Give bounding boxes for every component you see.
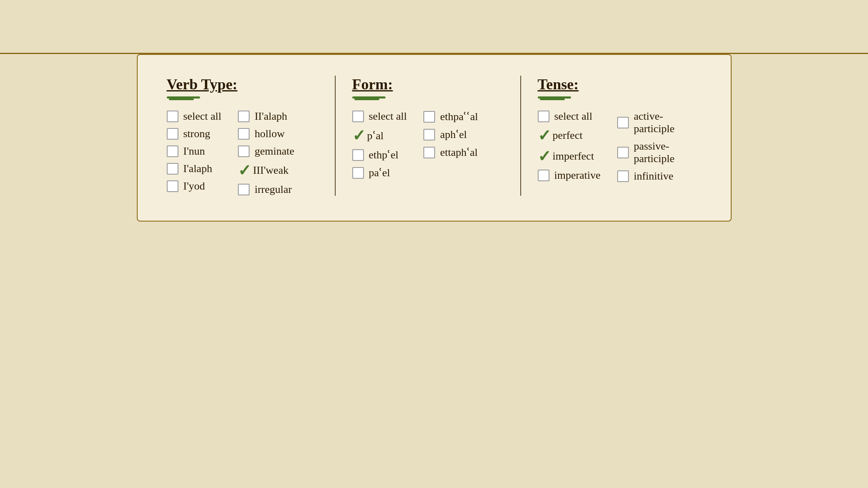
checkbox-box[interactable] (538, 170, 549, 181)
checkbox-label: ethpaʿʿal (440, 110, 478, 123)
checkbox-item[interactable]: active-participle (617, 110, 689, 135)
verb-type-title: Verb Type: (167, 76, 318, 93)
checkbox-item[interactable]: ✓III'weak (238, 163, 294, 178)
checkbox-item[interactable]: irregular (238, 183, 294, 196)
checkbox-box[interactable] (423, 111, 435, 123)
checkbox-label: active-participle (634, 110, 689, 135)
checkbox-label: select all (369, 110, 407, 123)
checkbox-box[interactable] (352, 149, 364, 161)
checkbox-item[interactable]: ethpʿel (352, 148, 407, 161)
form-underline (352, 96, 386, 99)
checkbox-label: hollow (255, 128, 284, 140)
checkbox-item[interactable]: ✓pʿal (352, 128, 407, 143)
checkbox-label: geminate (255, 145, 294, 158)
checkbox-label: select all (554, 110, 593, 123)
checkbox-label: perfect (553, 129, 583, 142)
checkbox-label: I'alaph (183, 163, 213, 175)
checkbox-label: I'yod (183, 180, 205, 192)
checkbox-item[interactable]: hollow (238, 128, 294, 140)
checkbox-item[interactable]: select all (352, 110, 407, 123)
verb-type-col2: II'alaphhollowgeminate✓III'weakirregular (238, 110, 294, 196)
checkbox-label: III'weak (253, 164, 289, 177)
checkbox-box[interactable] (167, 145, 178, 157)
top-bar (0, 0, 868, 54)
checkbox-box[interactable] (238, 111, 250, 122)
checkbox-label: paʿel (369, 166, 390, 179)
main-panel: Verb Type: select allstrongI'nunI'alaphI… (137, 54, 732, 222)
checkbox-box[interactable] (167, 180, 178, 192)
checkbox-label: passive-participle (634, 140, 689, 165)
checkbox-label: irregular (255, 183, 292, 196)
checkmark-icon: ✓ (538, 148, 551, 164)
checkbox-box[interactable] (238, 184, 250, 195)
checkmark-icon: ✓ (352, 128, 366, 143)
verb-type-underline (167, 96, 200, 99)
checkbox-item[interactable]: imperative (538, 169, 601, 182)
checkbox-box[interactable] (538, 111, 549, 122)
tense-underline (538, 96, 571, 99)
verb-type-section: Verb Type: select allstrongI'nunI'alaphI… (163, 76, 335, 196)
checkmark-icon: ✓ (538, 128, 551, 143)
checkbox-box[interactable] (617, 117, 629, 128)
checkbox-label: aphʿel (440, 128, 467, 141)
checkbox-box[interactable] (617, 147, 629, 158)
checkbox-item[interactable]: geminate (238, 145, 294, 158)
checkbox-box[interactable] (423, 147, 435, 158)
checkbox-label: pʿal (367, 129, 384, 142)
tense-col1: select all✓perfect✓imperfectimperative (538, 110, 601, 182)
checkbox-label: select all (183, 110, 222, 123)
checkbox-item[interactable]: I'yod (167, 180, 222, 192)
checkbox-box[interactable] (167, 163, 178, 175)
checkbox-label: II'alaph (255, 110, 287, 123)
checkbox-item[interactable]: I'alaph (167, 163, 222, 175)
checkbox-box[interactable] (238, 128, 250, 140)
checkbox-item[interactable]: II'alaph (238, 110, 294, 123)
form-columns: select all✓pʿalethpʿelpaʿel ethpaʿʿalaph… (352, 110, 504, 179)
form-col2: ethpaʿʿalaphʿelettaphʿal (423, 110, 478, 179)
verb-type-col1: select allstrongI'nunI'alaphI'yod (167, 110, 222, 196)
checkbox-box[interactable] (352, 167, 364, 179)
checkbox-item[interactable]: strong (167, 128, 222, 140)
checkbox-item[interactable]: I'nun (167, 145, 222, 158)
checkbox-item[interactable]: select all (538, 110, 601, 123)
checkbox-label: ethpʿel (369, 148, 399, 161)
tense-columns: select all✓perfect✓imperfectimperative a… (538, 110, 689, 182)
checkbox-box[interactable] (617, 170, 629, 182)
checkbox-item[interactable]: ethpaʿʿal (423, 110, 478, 123)
checkbox-item[interactable]: select all (167, 110, 222, 123)
checkmark-icon: ✓ (238, 163, 251, 178)
checkbox-item[interactable]: aphʿel (423, 128, 478, 141)
checkbox-box[interactable] (352, 111, 364, 122)
checkbox-box[interactable] (167, 128, 178, 140)
checkbox-label: strong (183, 128, 210, 140)
checkbox-item[interactable]: ✓perfect (538, 128, 601, 143)
checkbox-item[interactable]: ✓imperfect (538, 148, 601, 164)
checkbox-label: I'nun (183, 145, 205, 158)
checkbox-box[interactable] (423, 129, 435, 140)
tense-section: Tense: select all✓perfect✓imperfectimper… (520, 76, 706, 196)
checkbox-box[interactable] (238, 145, 250, 157)
tense-title: Tense: (538, 76, 689, 93)
verb-type-columns: select allstrongI'nunI'alaphI'yod II'ala… (167, 110, 318, 196)
checkbox-item[interactable]: infinitive (617, 170, 689, 182)
form-title: Form: (352, 76, 504, 93)
form-col1: select all✓pʿalethpʿelpaʿel (352, 110, 407, 179)
tense-col2: active-participlepassive-participleinfin… (617, 110, 689, 182)
checkbox-item[interactable]: paʿel (352, 166, 407, 179)
checkbox-item[interactable]: ettaphʿal (423, 146, 478, 159)
checkbox-label: infinitive (634, 170, 673, 182)
checkbox-box[interactable] (167, 111, 178, 122)
checkbox-label: imperative (554, 169, 601, 182)
checkbox-label: imperfect (553, 150, 594, 163)
form-section: Form: select all✓pʿalethpʿelpaʿel ethpaʿ… (335, 76, 520, 196)
checkbox-label: ettaphʿal (440, 146, 477, 159)
checkbox-item[interactable]: passive-participle (617, 140, 689, 165)
